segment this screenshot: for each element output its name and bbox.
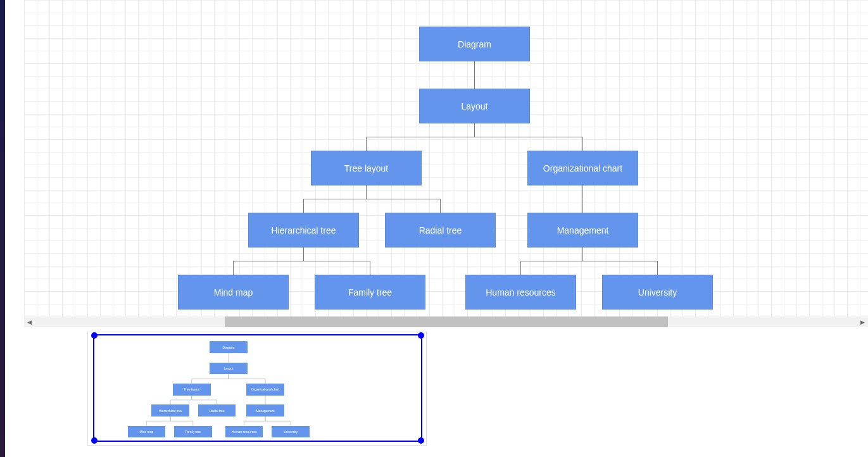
overview-node: Radial tree [198,404,236,416]
diagram-node[interactable]: Layout [419,89,530,123]
overview-panel[interactable]: DiagramLayoutTree layoutOrganizational c… [87,332,427,446]
diagram-node[interactable]: Organizational chart [527,151,638,185]
diagram-canvas[interactable]: DiagramLayoutTree layoutOrganizational c… [24,0,868,316]
diagram-node[interactable]: University [602,275,713,310]
overview-node: Family tree [174,426,212,438]
overview-node: Organizational chart [246,384,284,396]
diagram-node[interactable]: Human resources [465,275,576,310]
scroll-thumb[interactable] [225,316,668,327]
overview-node: Mind map [128,426,166,438]
diagram-node[interactable]: Management [527,213,638,247]
viewport-handle-top-left[interactable] [91,332,97,339]
overview-node: Management [246,404,284,416]
viewport-handle-bottom-left[interactable] [91,437,97,444]
scroll-right-arrow-icon[interactable]: ▶ [857,316,868,327]
diagram-node[interactable]: Family tree [315,275,425,310]
diagram-node[interactable]: Diagram [419,27,530,61]
app-left-edge [0,0,5,457]
diagram-node[interactable]: Hierarchical tree [248,213,359,247]
overview-node: Diagram [210,341,248,353]
overview-node: University [272,426,310,438]
overview-surface[interactable]: DiagramLayoutTree layoutOrganizational c… [88,332,426,445]
overview-node: Layout [210,363,248,375]
diagram-surface[interactable]: DiagramLayoutTree layoutOrganizational c… [24,0,868,316]
overview-node: Tree layout [173,384,211,396]
diagram-node[interactable]: Mind map [178,275,289,310]
overview-node: Hierarchical tree [151,404,189,416]
viewport-handle-top-right[interactable] [418,332,424,339]
diagram-node[interactable]: Tree layout [311,151,422,185]
diagram-node[interactable]: Radial tree [385,213,496,247]
horizontal-scrollbar[interactable]: ◀ ▶ [24,316,868,327]
scroll-track[interactable] [35,316,857,327]
overview-node: Human resources [225,426,263,438]
viewport-handle-bottom-right[interactable] [418,437,424,444]
scroll-left-arrow-icon[interactable]: ◀ [24,316,35,327]
